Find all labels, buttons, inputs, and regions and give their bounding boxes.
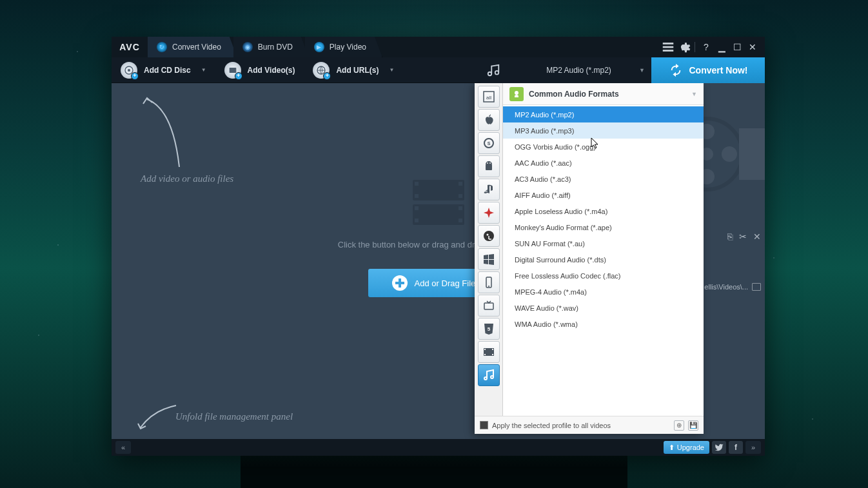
folder-icon[interactable] bbox=[752, 283, 761, 291]
link-icon[interactable]: ⎘ bbox=[727, 231, 733, 242]
svg-rect-43 bbox=[492, 349, 493, 350]
separator bbox=[695, 42, 695, 52]
tab-play-video[interactable]: ▶ Play Video bbox=[305, 37, 382, 57]
chevron-down-icon: ▼ bbox=[691, 91, 697, 97]
add-videos-button[interactable]: + Add Video(s) bbox=[215, 57, 304, 83]
category-html5[interactable]: 5 bbox=[478, 318, 500, 340]
tab-convert-video[interactable]: ↻ Convert Video bbox=[148, 37, 237, 57]
video-add-icon: + bbox=[224, 62, 241, 79]
svg-text:all: all bbox=[486, 95, 491, 101]
minimize-button[interactable]: ▁ bbox=[715, 40, 729, 54]
format-header[interactable]: Common Audio Formats ▼ bbox=[503, 83, 704, 105]
edit-tools: ⎘ ✂ ✕ bbox=[727, 231, 761, 242]
tab-burn-dvd[interactable]: ◉ Burn DVD bbox=[233, 37, 309, 57]
format-row[interactable]: MPEG-4 Audio (*.m4a) bbox=[503, 284, 704, 300]
format-row[interactable]: Free Lossless Audio Codec (.flac) bbox=[503, 268, 704, 284]
category-samsung[interactable]: S bbox=[478, 132, 500, 154]
svg-rect-26 bbox=[739, 128, 765, 180]
facebook-button[interactable]: f bbox=[729, 441, 743, 454]
add-urls-button[interactable]: + Add URL(s) ▼ bbox=[304, 57, 403, 83]
gear-icon[interactable] bbox=[676, 40, 691, 54]
category-android[interactable] bbox=[478, 155, 500, 177]
list-icon[interactable] bbox=[661, 40, 675, 54]
titlebar-controls: ? ▁ ☐ ✕ bbox=[661, 40, 765, 54]
toolbar: + Add CD Disc ▼ + Add Video(s) + Add URL… bbox=[112, 57, 765, 83]
svg-rect-2 bbox=[663, 50, 674, 52]
footer-label: Apply the selected profile to all videos bbox=[492, 422, 611, 429]
audio-format-icon bbox=[509, 87, 524, 101]
format-row[interactable]: WMA Audio (*.wma) bbox=[503, 316, 704, 332]
svg-rect-16 bbox=[459, 219, 462, 222]
tab-label: Play Video bbox=[330, 43, 366, 52]
svg-rect-11 bbox=[459, 182, 462, 186]
convert-now-button[interactable]: Convert Now! bbox=[651, 57, 765, 83]
bottom-hint-text: Unfold file management panel bbox=[175, 411, 293, 422]
format-list: MP2 Audio (*.mp2)MP3 Audio (*.mp3)OGG Vo… bbox=[503, 105, 704, 416]
format-row[interactable]: SUN AU Format (*.au) bbox=[503, 235, 704, 251]
category-huawei[interactable] bbox=[478, 202, 500, 224]
svg-rect-42 bbox=[484, 354, 486, 355]
button-label: Convert Now! bbox=[689, 65, 748, 75]
disc-add-icon: + bbox=[121, 62, 137, 79]
format-row[interactable]: Digital Surround Audio (*.dts) bbox=[503, 251, 704, 268]
category-playstation[interactable] bbox=[478, 179, 500, 200]
globe-add-icon: + bbox=[313, 62, 330, 79]
format-row[interactable]: WAVE Audio (*.wav) bbox=[503, 300, 704, 316]
apply-all-checkbox[interactable] bbox=[480, 421, 488, 429]
refresh-icon: ↻ bbox=[157, 42, 167, 52]
svg-point-25 bbox=[722, 146, 737, 162]
svg-point-4 bbox=[128, 69, 130, 72]
button-label: Add URL(s) bbox=[336, 66, 379, 75]
statusbar: « ⬆ Upgrade f » bbox=[112, 439, 765, 456]
app-window: AVC ↻ Convert Video ◉ Burn DVD ▶ Play Vi… bbox=[112, 37, 765, 456]
play-icon: ▶ bbox=[314, 42, 324, 52]
help-icon[interactable]: ? bbox=[699, 40, 713, 54]
format-row[interactable]: MP2 Audio (*.mp2) bbox=[503, 106, 704, 122]
svg-rect-5 bbox=[229, 68, 236, 73]
format-row[interactable]: AC3 Audio (*.ac3) bbox=[503, 171, 704, 187]
maximize-button[interactable]: ☐ bbox=[730, 40, 744, 54]
category-mobile[interactable] bbox=[478, 271, 500, 293]
format-row[interactable]: Apple Loseless Audio (*.m4a) bbox=[503, 203, 704, 219]
twitter-button[interactable] bbox=[712, 441, 726, 454]
panel-expand-button[interactable]: » bbox=[745, 441, 761, 454]
panel-collapse-button[interactable]: « bbox=[115, 441, 131, 454]
category-audio[interactable] bbox=[478, 364, 500, 386]
save-profile-icon[interactable]: 💾 bbox=[688, 420, 698, 431]
svg-text:S: S bbox=[487, 141, 490, 146]
tab-label: Burn DVD bbox=[258, 43, 293, 52]
format-header-title: Common Audio Formats bbox=[529, 90, 619, 99]
svg-rect-41 bbox=[484, 349, 486, 350]
button-label: Add CD Disc bbox=[144, 66, 191, 75]
button-label: Add Video(s) bbox=[248, 66, 295, 75]
statusbar-right: ⬆ Upgrade f » bbox=[664, 441, 761, 454]
add-cd-disc-button[interactable]: + Add CD Disc ▼ bbox=[112, 57, 215, 83]
format-row[interactable]: MP3 Audio (*.mp3) bbox=[503, 122, 704, 139]
category-video[interactable] bbox=[478, 341, 500, 363]
profile-dropdown[interactable]: MP2 Audio (*.mp2) ▼ bbox=[506, 57, 651, 83]
crop-icon[interactable]: ✕ bbox=[753, 231, 761, 242]
upgrade-button[interactable]: ⬆ Upgrade bbox=[664, 441, 709, 454]
output-path-row: ellis\Videos\... bbox=[704, 283, 761, 291]
svg-rect-9 bbox=[415, 182, 419, 186]
cut-icon[interactable]: ✂ bbox=[739, 231, 747, 242]
footer-icons: ⊕ 💾 bbox=[674, 420, 698, 431]
category-tv[interactable] bbox=[478, 295, 500, 317]
category-all[interactable]: all bbox=[478, 86, 500, 108]
category-windows[interactable] bbox=[478, 248, 500, 270]
chevron-down-icon: ▼ bbox=[201, 67, 206, 73]
category-apple[interactable] bbox=[478, 109, 500, 131]
bottom-hint: Unfold file management panel bbox=[134, 400, 293, 433]
category-strip: all S 5 bbox=[475, 83, 503, 416]
format-row[interactable]: OGG Vorbis Audio (*.ogg) bbox=[503, 139, 704, 155]
format-row[interactable]: AAC Audio (*.aac) bbox=[503, 155, 704, 171]
format-row[interactable]: AIFF Audio (*.aiff) bbox=[503, 187, 704, 203]
music-icon[interactable] bbox=[480, 57, 506, 83]
upgrade-icon: ⬆ bbox=[669, 444, 675, 452]
format-row[interactable]: Monkey's Audio Format (*.ape) bbox=[503, 219, 704, 235]
disc-icon: ◉ bbox=[242, 42, 253, 52]
filmstrip-icon bbox=[409, 177, 468, 228]
category-lg[interactable] bbox=[478, 225, 500, 247]
close-button[interactable]: ✕ bbox=[745, 40, 760, 54]
add-profile-icon[interactable]: ⊕ bbox=[674, 420, 684, 431]
